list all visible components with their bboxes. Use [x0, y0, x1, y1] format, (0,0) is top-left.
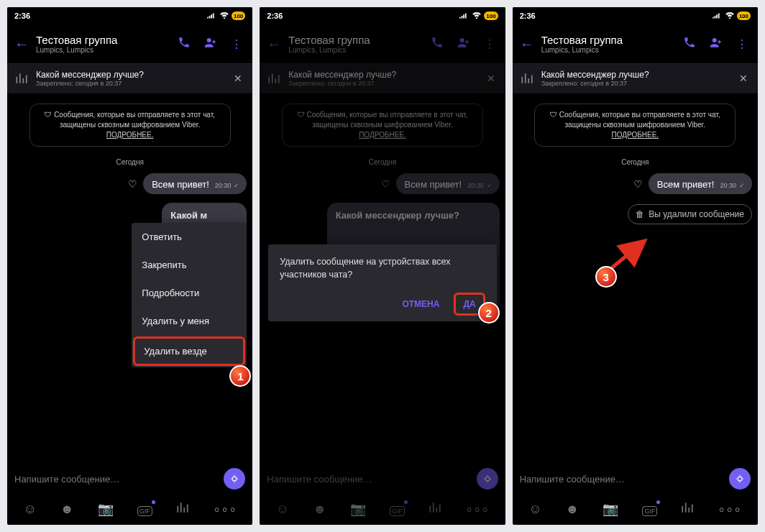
menu-details[interactable]: Подробности: [132, 279, 247, 307]
message-text: Всем привет!: [152, 179, 209, 190]
more-icon[interactable]: ⋮: [231, 37, 242, 51]
emoji-icon[interactable]: ☻: [566, 502, 580, 517]
menu-pin[interactable]: Закрепить: [132, 251, 247, 279]
heart-icon[interactable]: ♡: [633, 178, 643, 190]
chat-subtitle: Lumpics, Lumpics: [36, 46, 173, 54]
more-tools-icon[interactable]: ∘∘∘: [213, 501, 237, 517]
svg-point-0: [207, 38, 211, 42]
header-text[interactable]: Тестовая группа Lumpics, Lumpics: [36, 34, 173, 54]
sticker-icon[interactable]: ☺: [23, 502, 36, 517]
battery-icon: 100: [484, 12, 498, 20]
menu-delete-everywhere[interactable]: Удалить везде: [133, 336, 245, 366]
wifi-icon: [725, 12, 735, 20]
battery-icon: 100: [232, 12, 245, 20]
emoji-icon[interactable]: ☻: [60, 502, 74, 517]
battery-icon: 100: [737, 12, 751, 20]
shield-icon: 🛡: [45, 111, 54, 119]
tool-bar: ☺ ☻ 📷 GIF ∘∘∘: [7, 493, 252, 525]
sticker-icon[interactable]: ☺: [528, 502, 541, 517]
pinned-meta: Закреплено: сегодня в 20:37: [36, 80, 224, 87]
call-icon[interactable]: [683, 36, 696, 52]
compose-input[interactable]: Напишите сообщение…: [14, 474, 216, 485]
menu-delete-me[interactable]: Удалить у меня: [132, 307, 247, 335]
trash-icon: 🗑: [636, 209, 644, 219]
svg-point-5: [738, 477, 742, 481]
status-bar: 2:36 100: [7, 7, 252, 24]
message-bubble[interactable]: Всем привет! 20:30 ✓: [649, 173, 752, 194]
encryption-banner[interactable]: 🛡 Сообщения, которые вы отправляете в эт…: [29, 104, 231, 147]
camera-icon[interactable]: 📷: [98, 501, 114, 517]
context-menu: Ответить Закрепить Подробности Удалить у…: [132, 223, 247, 367]
chat-header: ← Тестовая группа Lumpics, Lumpics ⋮: [7, 24, 252, 63]
add-member-icon[interactable]: [709, 36, 723, 52]
poll-tool-icon[interactable]: [176, 501, 189, 518]
gif-icon[interactable]: GIF: [642, 502, 657, 517]
confirm-dialog: Удалить сообщение на устройствах всех уч…: [268, 244, 496, 321]
chat-area: 🛡 Сообщения, которые вы отправляете в эт…: [513, 93, 758, 464]
chat-title: Тестовая группа: [36, 34, 173, 46]
call-icon[interactable]: [178, 36, 191, 52]
status-right: 100: [207, 12, 245, 20]
compose-input[interactable]: Напишите сообщение…: [520, 474, 722, 485]
wifi-icon: [219, 12, 229, 20]
close-icon[interactable]: ✕: [231, 73, 245, 84]
dialog-cancel-button[interactable]: ОТМЕНА: [395, 295, 446, 313]
svg-point-1: [232, 477, 237, 481]
voice-send-button[interactable]: [224, 468, 245, 490]
message-time: 20:30: [215, 182, 232, 189]
voice-send-button[interactable]: [729, 468, 751, 490]
more-tools-icon[interactable]: ∘∘∘: [718, 501, 741, 517]
poll-icon: [520, 71, 534, 86]
signal-icon: [713, 12, 723, 20]
pinned-bar[interactable]: Какой мессенджер лучше? Закреплено: сего…: [7, 63, 252, 93]
camera-icon[interactable]: 📷: [603, 501, 618, 517]
heart-icon[interactable]: ♡: [128, 178, 137, 190]
phone-screen-3: 2:36 100 ← Тестовая группа Lumpics, Lump…: [513, 7, 758, 525]
poll-title: Какой м: [170, 210, 238, 221]
wifi-icon: [472, 12, 482, 20]
date-separator: Сегодня: [13, 158, 247, 166]
chat-header: ← Тестовая группа Lumpics, Lumpics ⋮: [513, 24, 758, 63]
pinned-bar[interactable]: Какой мессенджер лучше? Закреплено: сего…: [513, 63, 758, 93]
status-bar: 2:36 100: [260, 7, 505, 24]
gif-icon[interactable]: GIF: [137, 502, 152, 517]
pinned-title: Какой мессенджер лучше?: [36, 70, 224, 80]
add-member-icon[interactable]: [203, 36, 218, 52]
status-time: 2:36: [14, 12, 207, 20]
back-button[interactable]: ←: [517, 36, 537, 52]
poll-icon: [14, 71, 29, 86]
phone-screen-1: 2:36 100 ← Тестовая группа Lumpics, Lump…: [7, 7, 252, 525]
dialog-text: Удалить сообщение на устройствах всех уч…: [280, 256, 485, 281]
deleted-message: 🗑 Вы удалили сообщение: [628, 204, 752, 224]
svg-point-4: [713, 38, 717, 42]
callout-2: 2: [478, 302, 500, 324]
phone-screen-2: 2:36 100 ← Тестовая группа Lumpics, Lump…: [260, 7, 505, 525]
close-icon[interactable]: ✕: [736, 73, 751, 84]
more-icon[interactable]: ⋮: [736, 37, 748, 51]
check-icon: ✓: [739, 182, 745, 189]
callout-3: 3: [595, 266, 617, 288]
check-icon: ✓: [234, 182, 239, 189]
signal-icon: [459, 12, 469, 20]
tool-bar: ☺ ☻ 📷 GIF ∘∘∘: [513, 493, 758, 525]
status-bar: 2:36 100: [513, 7, 758, 24]
back-button[interactable]: ←: [12, 36, 32, 52]
compose-bar: Напишите сообщение…: [7, 464, 252, 493]
encryption-banner[interactable]: 🛡 Сообщения, которые вы отправляете в эт…: [534, 104, 736, 147]
compose-bar: Напишите сообщение…: [513, 464, 758, 493]
shield-icon: 🛡: [550, 111, 559, 119]
message-bubble[interactable]: Всем привет! 20:30 ✓: [143, 173, 247, 194]
message-row: ♡ Всем привет! 20:30 ✓: [13, 173, 247, 194]
poll-tool-icon[interactable]: [681, 501, 694, 518]
signal-icon: [207, 12, 217, 20]
menu-reply[interactable]: Ответить: [132, 223, 247, 251]
